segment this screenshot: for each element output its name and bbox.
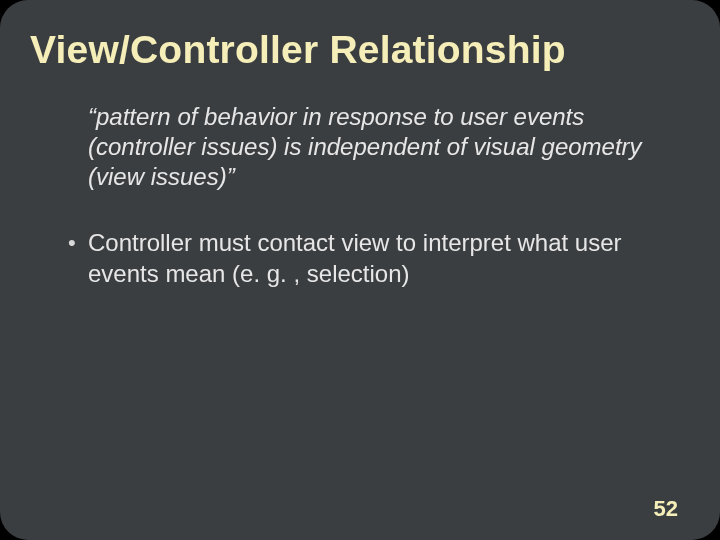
slide-content: “pattern of behavior in response to user… [0, 88, 720, 289]
bullet-item: • Controller must contact view to interp… [68, 228, 660, 289]
slide: View/Controller Relationship “pattern of… [0, 0, 720, 540]
quote-text: “pattern of behavior in response to user… [88, 102, 660, 192]
bullet-text: Controller must contact view to interpre… [88, 228, 660, 289]
bullet-marker-icon: • [68, 228, 88, 258]
page-number: 52 [654, 496, 678, 522]
slide-title: View/Controller Relationship [0, 0, 720, 88]
